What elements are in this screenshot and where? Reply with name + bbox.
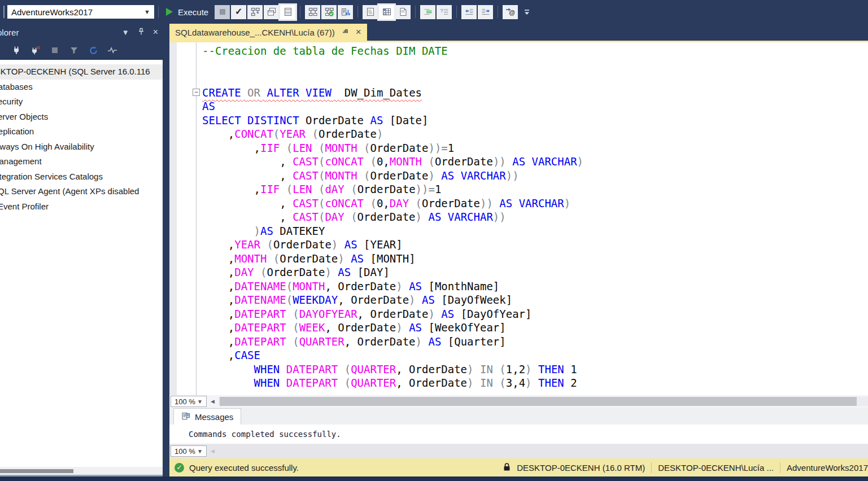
status-bar: ✓ Query executed successfully. DESKTOP-0… bbox=[169, 458, 868, 476]
code-line[interactable]: WHEN DATEPART (QUARTER, OrderDate) IN (3… bbox=[202, 376, 583, 390]
code-line[interactable]: ,DATEPART (DAYOFYEAR, OrderDate) AS [Day… bbox=[202, 307, 583, 321]
parse-icon[interactable]: ✓ bbox=[231, 5, 246, 19]
results-to-grid-icon[interactable]: 01 bbox=[379, 5, 394, 19]
window-bottom-edge bbox=[0, 476, 868, 481]
code-line[interactable]: ,CASE bbox=[202, 348, 583, 362]
oe-stop-icon[interactable] bbox=[50, 45, 60, 55]
code-line[interactable]: WHEN DATEPART (QUARTER, OrderDate) IN (1… bbox=[202, 362, 583, 377]
results-to-text-icon[interactable]: 01 bbox=[363, 5, 378, 19]
filter-icon[interactable] bbox=[69, 45, 79, 55]
editor-hscrollbar[interactable] bbox=[219, 397, 868, 406]
stop-icon[interactable] bbox=[215, 5, 230, 19]
code-line[interactable]: ,YEAR (OrderDate) AS [YEAR] bbox=[202, 238, 583, 252]
svg-text:01: 01 bbox=[383, 12, 387, 15]
tree-item-replication[interactable]: Replication bbox=[0, 124, 163, 139]
code-line[interactable]: ,DATENAME(WEEKDAY, OrderDate) AS [DayOfW… bbox=[202, 293, 583, 307]
pin-icon[interactable] bbox=[342, 28, 349, 37]
code-line[interactable]: --Creacion de tabla de Fechas DIM DATE bbox=[202, 44, 583, 58]
messages-tab[interactable]: Messages bbox=[173, 408, 241, 425]
status-separator bbox=[651, 462, 652, 473]
code-line[interactable]: , CAST(MONTH (OrderDate) AS VARCHAR)) bbox=[202, 169, 583, 183]
include-actual-plan-icon[interactable] bbox=[305, 5, 320, 19]
sql-code-editor[interactable]: − --Creacion de tabla de Fechas DIM DATE… bbox=[169, 42, 868, 395]
tree-item-integration-services-catalogs[interactable]: Integration Services Catalogs bbox=[0, 169, 163, 185]
status-server: DESKTOP-0ECKENH (16.0 RTM) bbox=[517, 463, 645, 473]
code-area[interactable]: --Creacion de tabla de Fechas DIM DATECR… bbox=[202, 44, 583, 390]
database-selector[interactable]: AdventureWorks2017 ▼ bbox=[7, 5, 154, 19]
code-line[interactable]: ,DATEPART (QUARTER, OrderDate) AS [Quart… bbox=[202, 335, 583, 349]
display-estimated-plan-icon[interactable] bbox=[247, 5, 263, 19]
client-statistics-icon[interactable] bbox=[338, 5, 353, 19]
connect-icon[interactable] bbox=[11, 45, 21, 55]
results-to-file-icon[interactable]: 01 bbox=[395, 5, 411, 19]
pin-icon[interactable] bbox=[138, 28, 145, 37]
outdent-icon[interactable] bbox=[461, 5, 477, 19]
code-line[interactable]: ,DAY (OrderDate) AS [DAY] bbox=[202, 265, 583, 279]
code-line[interactable]: , CAST(cONCAT (0,DAY (OrderDate)) AS VAR… bbox=[202, 196, 583, 211]
tree-item-always-on-high-availability[interactable]: Always On High Availability bbox=[0, 139, 163, 155]
tree-item-desktop-0eckenh-sql-server-16-0-116[interactable]: DESKTOP-0ECKENH (SQL Server 16.0.116 bbox=[0, 64, 163, 80]
zoom-selector[interactable]: 100 % ▼ bbox=[171, 445, 207, 457]
scrollbar-thumb[interactable] bbox=[0, 469, 73, 473]
code-line[interactable]: CREATE OR ALTER VIEW DW_Dim_Dates bbox=[202, 86, 583, 100]
code-line[interactable] bbox=[202, 58, 583, 72]
tree-item-management[interactable]: Management bbox=[0, 154, 163, 169]
toolbar-separator bbox=[158, 6, 159, 18]
code-line[interactable]: ,DATEPART (WEEK, OrderDate) AS [WeekOfYe… bbox=[202, 321, 583, 335]
svg-text:01: 01 bbox=[401, 10, 404, 13]
tree-item-server-objects[interactable]: Server Objects bbox=[0, 110, 163, 125]
results-pane-icon[interactable] bbox=[280, 5, 295, 19]
object-explorer-tree[interactable]: DESKTOP-0ECKENH (SQL Server 16.0.116Data… bbox=[0, 60, 163, 467]
scrollbar-thumb[interactable] bbox=[220, 397, 857, 406]
execute-label: Execute bbox=[178, 7, 208, 17]
query-document-tab[interactable]: SQLdatawarehouse_...CKENH\Lucía (67)) × bbox=[169, 24, 367, 41]
tree-item-security[interactable]: Security bbox=[0, 94, 163, 110]
collapse-region-toggle[interactable]: − bbox=[193, 89, 200, 96]
uncomment-icon[interactable]: ? bbox=[437, 5, 452, 19]
tree-item-xevent-profiler[interactable]: XEvent Profiler bbox=[0, 199, 163, 215]
execute-button[interactable]: Execute bbox=[163, 7, 214, 17]
scroll-left-icon[interactable]: ◀ bbox=[211, 448, 215, 454]
code-line[interactable]: ,MONTH (OrderDate) AS [MONTH] bbox=[202, 252, 583, 266]
code-line[interactable]: )AS DATEKEY bbox=[202, 224, 583, 238]
svg-text:01: 01 bbox=[368, 9, 372, 12]
object-explorer-toolbar bbox=[0, 41, 163, 60]
refresh-icon[interactable] bbox=[88, 45, 98, 55]
activity-monitor-icon[interactable] bbox=[107, 45, 117, 55]
toolbar-separator bbox=[456, 6, 457, 18]
query-options-icon[interactable] bbox=[264, 5, 279, 19]
code-line[interactable]: AS bbox=[202, 99, 583, 113]
disconnect-icon[interactable] bbox=[30, 45, 41, 55]
toolbar-overflow-icon[interactable] bbox=[519, 5, 534, 19]
panel-splitter[interactable] bbox=[163, 24, 169, 476]
tree-item-sql-server-agent-agent-xps-disabled[interactable]: SQL Server Agent (Agent XPs disabled bbox=[0, 184, 163, 199]
tree-item-databases[interactable]: Databases bbox=[0, 80, 163, 95]
messages-icon bbox=[181, 412, 190, 422]
template-parameters-icon[interactable]: @ bbox=[503, 5, 518, 19]
editor-hscroll-row: 100 % ▼ ◀ bbox=[169, 395, 868, 408]
chevron-down-icon: ▼ bbox=[197, 448, 203, 454]
tab-title: SQLdatawarehouse_...CKENH\Lucía (67)) bbox=[175, 28, 335, 37]
close-icon[interactable]: × bbox=[153, 27, 158, 37]
status-database: AdventureWorks2017 bbox=[787, 463, 868, 473]
indent-icon[interactable] bbox=[478, 5, 493, 19]
code-line[interactable]: , CAST(DAY (OrderDate) AS VARCHAR)) bbox=[202, 210, 583, 224]
messages-tab-label: Messages bbox=[195, 412, 233, 422]
panel-window-controls: ▼ × bbox=[122, 27, 158, 37]
zoom-selector[interactable]: 100 % ▼ bbox=[171, 396, 207, 407]
scroll-left-icon[interactable]: ◀ bbox=[211, 399, 215, 404]
window-position-chevron-icon[interactable]: ▼ bbox=[122, 28, 129, 37]
code-line[interactable]: SELECT DISTINCT OrderDate AS [Date] bbox=[202, 113, 583, 128]
code-line[interactable]: ,CONCAT(YEAR (OrderDate) bbox=[202, 127, 583, 141]
live-query-stats-icon[interactable] bbox=[321, 5, 337, 19]
code-line[interactable]: ,DATENAME(MONTH, OrderDate) AS [MonthNam… bbox=[202, 279, 583, 294]
code-line[interactable]: , CAST(cONCAT (0,MONTH (OrderDate)) AS V… bbox=[202, 155, 583, 169]
object-explorer-hscrollbar[interactable] bbox=[0, 467, 163, 475]
comment-icon[interactable] bbox=[420, 5, 435, 19]
messages-output: Commands completed successfully. bbox=[169, 425, 868, 444]
zoom-value: 100 % bbox=[175, 447, 195, 456]
code-line[interactable] bbox=[202, 72, 583, 86]
code-line[interactable]: ,IIF (LEN (dAY (OrderDate))=1 bbox=[202, 182, 583, 196]
close-icon[interactable]: × bbox=[356, 27, 361, 38]
code-line[interactable]: ,IIF (LEN (MONTH (OrderDate))=1 bbox=[202, 141, 583, 155]
